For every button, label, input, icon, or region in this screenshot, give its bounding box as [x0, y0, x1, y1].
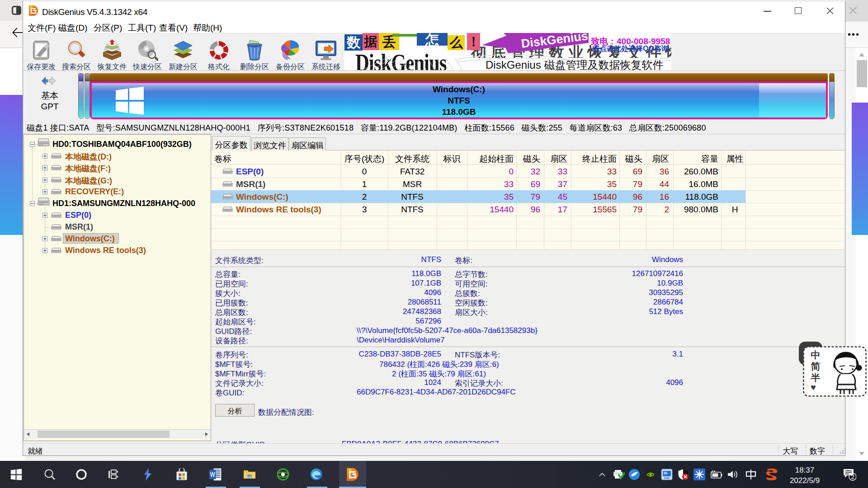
svg-text:2: 2	[851, 474, 854, 480]
svg-text:DiskGenius: DiskGenius	[520, 33, 589, 51]
svg-text:intel: intel	[664, 476, 670, 479]
